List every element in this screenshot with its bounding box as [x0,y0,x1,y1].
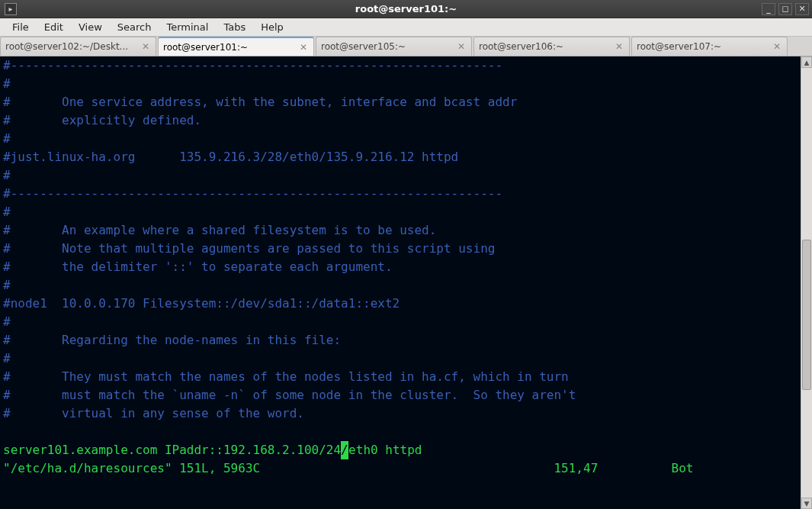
terminal-line: # They must match the names of the nodes… [3,368,798,386]
terminal-line: # the delimiter '::' to separate each ar… [3,258,798,276]
terminal-line: # An example where a shared filesystem i… [3,221,798,240]
scroll-down-icon[interactable]: ▼ [801,498,812,509]
minimize-button[interactable]: _ [762,3,775,15]
terminal-line: #node1 10.0.0.170 Filesystem::/dev/sda1:… [3,295,798,313]
scrollbar-track[interactable] [801,68,812,498]
terminal-app-icon: ▸ [5,3,17,15]
terminal-line: # [3,203,798,221]
menu-terminal[interactable]: Terminal [159,19,216,35]
menu-help[interactable]: Help [253,19,291,35]
terminal-line: # [3,350,798,368]
tab-label: root@server102:~/Deskt... [5,41,140,52]
tab-server102[interactable]: root@server102:~/Deskt... ✕ [0,37,156,56]
terminal-line: # Regarding the node-names in this file: [3,331,798,350]
terminal-line: # virtual in any sense of the word. [3,404,798,423]
terminal-line: #---------------------------------------… [3,185,798,203]
tab-label: root@server107:~ [637,41,772,52]
scrollbar-thumb[interactable] [802,240,811,390]
tab-server106[interactable]: root@server106:~ ✕ [473,37,630,56]
scrollbar: ▲ ▼ [801,56,812,509]
menu-file[interactable]: File [5,19,37,35]
terminal-line: # [3,75,798,93]
terminal-line: #---------------------------------------… [3,56,798,75]
titlebar: ▸ root@server101:~ _ ◻ ✕ [0,0,812,18]
close-button[interactable]: ✕ [795,3,809,15]
cursor: / [341,441,348,459]
terminal-line: # [3,130,798,148]
menu-search[interactable]: Search [110,19,159,35]
scroll-up-icon[interactable]: ▲ [801,56,812,68]
menu-tabs[interactable]: Tabs [216,19,253,35]
menu-edit[interactable]: Edit [37,19,71,35]
tab-close-icon[interactable]: ✕ [772,41,782,52]
terminal-line: # [3,313,798,331]
terminal[interactable]: #---------------------------------------… [0,56,801,509]
terminal-line: # Note that multiple aguments are passed… [3,240,798,258]
tab-close-icon[interactable]: ✕ [140,41,151,52]
config-line: server101.example.com IPaddr::192.168.2.… [3,441,798,459]
tabbar: root@server102:~/Deskt... ✕ root@server1… [0,37,812,56]
terminal-line: # [3,166,798,185]
menu-view[interactable]: View [71,19,110,35]
window-title: root@server101:~ [0,3,812,14]
tab-server101[interactable]: root@server101:~ ✕ [158,37,314,56]
terminal-line [3,423,798,441]
tab-label: root@server106:~ [479,41,614,52]
terminal-wrap: #---------------------------------------… [0,56,812,509]
tab-close-icon[interactable]: ✕ [614,41,624,52]
vim-status-line: "/etc/ha.d/haresources" 151L, 5963C 151,… [3,459,798,478]
window-controls: _ ◻ ✕ [762,3,809,15]
terminal-line: #just.linux-ha.org 135.9.216.3/28/eth0/1… [3,148,798,166]
tab-label: root@server105:~ [321,41,456,52]
tab-close-icon[interactable]: ✕ [298,42,309,53]
terminal-line: # must match the `uname -n` of some node… [3,386,798,404]
menubar: File Edit View Search Terminal Tabs Help [0,18,812,37]
maximize-button[interactable]: ◻ [778,3,792,15]
tab-server107[interactable]: root@server107:~ ✕ [631,37,788,56]
tab-label: root@server101:~ [163,42,298,53]
terminal-line: # explicitly defined. [3,111,798,130]
terminal-line: # [3,276,798,295]
terminal-line: # One service address, with the subnet, … [3,93,798,111]
tab-close-icon[interactable]: ✕ [456,41,467,52]
tab-server105[interactable]: root@server105:~ ✕ [316,37,472,56]
